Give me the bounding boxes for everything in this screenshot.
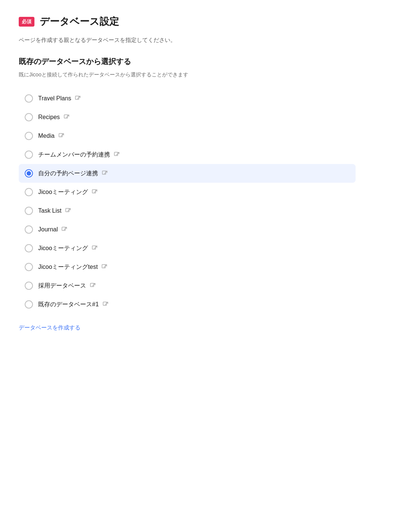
radio-label-journal: Journal <box>38 226 67 233</box>
radio-circle-recipes <box>25 113 33 121</box>
radio-item-travel-plans[interactable]: Travel Plans <box>19 89 356 108</box>
radio-label-task-list: Task List <box>38 207 71 214</box>
radio-circle-jicoo-meeting-2 <box>25 244 33 252</box>
external-link-icon[interactable] <box>92 189 98 195</box>
radio-circle-jicoo-meeting-1 <box>25 188 33 196</box>
radio-circle-self-booking <box>25 169 33 177</box>
radio-label-team-booking: チームメンバーの予約連携 <box>38 151 120 159</box>
external-link-icon[interactable] <box>101 264 107 270</box>
radio-label-hiring-db: 採用データベース <box>38 282 96 290</box>
radio-circle-journal <box>25 225 33 234</box>
external-link-icon[interactable] <box>92 245 98 251</box>
radio-item-jicoo-meeting-test[interactable]: Jicooミーティングtest <box>19 258 356 276</box>
external-link-icon[interactable] <box>61 227 67 233</box>
radio-circle-team-booking <box>25 151 33 159</box>
radio-circle-media <box>25 132 33 140</box>
external-link-icon[interactable] <box>65 208 71 214</box>
external-link-icon[interactable] <box>102 170 108 176</box>
page-description: ページを作成する親となるデータベースを指定してください。 <box>19 36 356 45</box>
radio-label-self-booking: 自分の予約ページ連携 <box>38 170 108 177</box>
required-badge: 必須 <box>19 17 34 27</box>
create-database-link[interactable]: データベースを作成する <box>19 324 80 331</box>
radio-item-team-booking[interactable]: チームメンバーの予約連携 <box>19 145 356 164</box>
radio-item-journal[interactable]: Journal <box>19 220 356 239</box>
radio-label-media: Media <box>38 133 64 139</box>
header-section: 必須 データベース設定 <box>19 15 356 28</box>
radio-item-jicoo-meeting-1[interactable]: Jicooミーティング <box>19 183 356 201</box>
radio-circle-hiring-db <box>25 282 33 290</box>
external-link-icon[interactable] <box>58 133 64 139</box>
radio-label-existing-db-1: 既存のデータベース#1 <box>38 301 109 309</box>
external-link-icon[interactable] <box>64 114 70 120</box>
section-description: 既にJicooと接続して作られたデータベースから選択することができます <box>19 70 356 79</box>
database-radio-list: Travel Plans Recipes Media チームメンバーの予約連携 … <box>19 89 356 314</box>
radio-circle-travel-plans <box>25 94 33 103</box>
page-container: 必須 データベース設定 ページを作成する親となるデータベースを指定してください。… <box>19 15 356 331</box>
radio-label-travel-plans: Travel Plans <box>38 95 81 102</box>
section-title: 既存のデータベースから選択する <box>19 57 356 67</box>
page-title: データベース設定 <box>40 15 119 28</box>
radio-item-recipes[interactable]: Recipes <box>19 108 356 127</box>
radio-label-recipes: Recipes <box>38 114 70 121</box>
external-link-icon[interactable] <box>103 301 109 307</box>
radio-item-hiring-db[interactable]: 採用データベース <box>19 276 356 295</box>
external-link-icon[interactable] <box>90 283 96 289</box>
radio-circle-task-list <box>25 207 33 215</box>
radio-circle-jicoo-meeting-test <box>25 263 33 271</box>
radio-label-jicoo-meeting-test: Jicooミーティングtest <box>38 263 107 271</box>
external-link-icon[interactable] <box>75 95 81 101</box>
radio-item-task-list[interactable]: Task List <box>19 201 356 220</box>
radio-label-jicoo-meeting-2: Jicooミーティング <box>38 245 98 252</box>
radio-circle-existing-db-1 <box>25 300 33 309</box>
radio-item-self-booking[interactable]: 自分の予約ページ連携 <box>19 164 356 183</box>
radio-label-jicoo-meeting-1: Jicooミーティング <box>38 188 98 196</box>
radio-item-media[interactable]: Media <box>19 127 356 145</box>
external-link-icon[interactable] <box>114 152 120 158</box>
radio-item-jicoo-meeting-2[interactable]: Jicooミーティング <box>19 239 356 258</box>
radio-item-existing-db-1[interactable]: 既存のデータベース#1 <box>19 295 356 314</box>
